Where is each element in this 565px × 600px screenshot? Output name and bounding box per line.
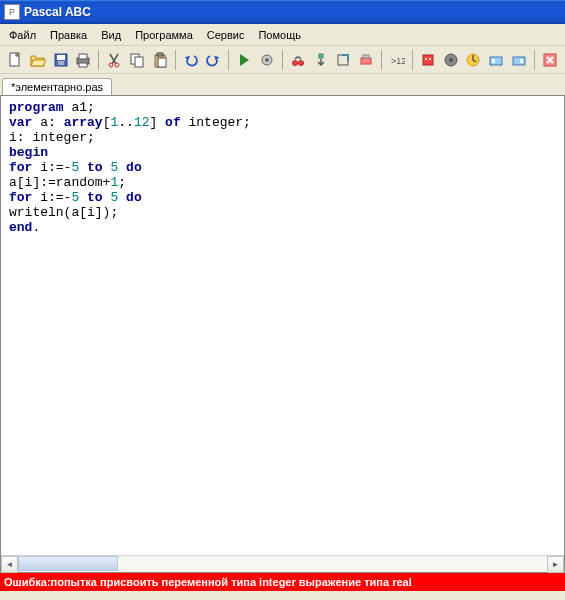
- code-line: program a1;: [9, 100, 556, 115]
- open-file-icon: [30, 52, 46, 68]
- robot-icon: [420, 52, 436, 68]
- code-line: var a: array[1..12] of integer;: [9, 115, 556, 130]
- toolbar: >123: [0, 46, 565, 74]
- step-into-icon: [313, 52, 329, 68]
- svg-rect-31: [513, 57, 525, 65]
- code-line: for i:=-5 to 5 do: [9, 160, 556, 175]
- svg-rect-13: [158, 58, 166, 67]
- format-icon: >123: [389, 52, 405, 68]
- svg-point-17: [298, 60, 303, 65]
- menu-file[interactable]: Файл: [2, 27, 43, 43]
- scroll-right-button[interactable]: ►: [547, 556, 564, 573]
- new-file-icon: [7, 52, 23, 68]
- menu-help[interactable]: Помощь: [251, 27, 308, 43]
- error-prefix: Ошибка:: [4, 576, 51, 588]
- titlebar: P Pascal ABC: [0, 0, 565, 24]
- svg-rect-32: [520, 59, 523, 63]
- svg-rect-23: [423, 55, 433, 65]
- svg-rect-29: [490, 57, 502, 65]
- toolbar-separator: [412, 50, 413, 70]
- run-icon: [236, 52, 252, 68]
- window-title: Pascal ABC: [24, 5, 91, 19]
- svg-point-7: [109, 63, 113, 67]
- code-line: a[i]:=random+1;: [9, 175, 556, 190]
- toolbar-separator: [534, 50, 535, 70]
- step-over-icon: [290, 52, 306, 68]
- redo-icon: [205, 52, 221, 68]
- format-button[interactable]: >123: [386, 49, 408, 71]
- undo-button[interactable]: [180, 49, 202, 71]
- breakpoint-button[interactable]: [355, 49, 377, 71]
- svg-rect-21: [363, 55, 369, 58]
- new-file-button[interactable]: [4, 49, 26, 71]
- toolbar-separator: [381, 50, 382, 70]
- menu-edit[interactable]: Правка: [43, 27, 94, 43]
- editor-container: program a1;var a: array[1..12] of intege…: [0, 95, 565, 573]
- code-line: for i:=-5 to 5 do: [9, 190, 556, 205]
- tab-file[interactable]: *элементарно.pas: [2, 78, 112, 95]
- svg-rect-5: [79, 54, 87, 59]
- debug-button[interactable]: [256, 49, 278, 71]
- step-out-button[interactable]: [333, 49, 355, 71]
- tabbar: *элементарно.pas: [0, 74, 565, 95]
- svg-rect-30: [492, 59, 495, 63]
- redo-button[interactable]: [203, 49, 225, 71]
- error-message: попытка присвоить переменной типа intege…: [51, 576, 412, 588]
- drawman-button[interactable]: [440, 49, 462, 71]
- menu-view[interactable]: Вид: [94, 27, 128, 43]
- drawman-icon: [443, 52, 459, 68]
- toolbar-separator: [282, 50, 283, 70]
- toolbar-separator: [175, 50, 176, 70]
- exit-icon: [542, 52, 558, 68]
- statusbar-error: Ошибка: попытка присвоить переменной тип…: [0, 573, 565, 591]
- code-line: begin: [9, 145, 556, 160]
- robot-button[interactable]: [417, 49, 439, 71]
- app-icon: P: [4, 4, 20, 20]
- open-file-button[interactable]: [27, 49, 49, 71]
- scroll-track[interactable]: [18, 556, 547, 572]
- paste-icon: [152, 52, 168, 68]
- debug-icon: [259, 52, 275, 68]
- svg-text:>123: >123: [391, 56, 405, 66]
- undo-icon: [183, 52, 199, 68]
- horizontal-scrollbar[interactable]: ◄ ►: [1, 555, 564, 572]
- step-button[interactable]: [463, 49, 485, 71]
- run-button[interactable]: [233, 49, 255, 71]
- menu-service[interactable]: Сервис: [200, 27, 252, 43]
- svg-point-24: [425, 58, 427, 60]
- step-out-icon: [335, 52, 351, 68]
- toolbar-separator: [98, 50, 99, 70]
- code-line: writeln(a[i]);: [9, 205, 556, 220]
- svg-rect-3: [58, 61, 64, 65]
- svg-point-25: [429, 58, 431, 60]
- options-icon: [488, 52, 504, 68]
- svg-rect-12: [157, 53, 163, 56]
- print-button[interactable]: [72, 49, 94, 71]
- save-button[interactable]: [50, 49, 72, 71]
- code-editor[interactable]: program a1;var a: array[1..12] of intege…: [1, 96, 564, 572]
- breakpoint-icon: [358, 52, 374, 68]
- paste-button[interactable]: [149, 49, 171, 71]
- svg-rect-6: [79, 63, 87, 67]
- svg-rect-18: [319, 54, 323, 58]
- copy-button[interactable]: [126, 49, 148, 71]
- menu-program[interactable]: Программа: [128, 27, 200, 43]
- code-line: end.: [9, 220, 556, 235]
- toolbar-separator: [228, 50, 229, 70]
- step-over-button[interactable]: [287, 49, 309, 71]
- svg-rect-10: [135, 57, 143, 67]
- exit-button[interactable]: [539, 49, 561, 71]
- save-icon: [53, 52, 69, 68]
- scroll-thumb[interactable]: [18, 556, 118, 571]
- options-button[interactable]: [485, 49, 507, 71]
- svg-point-27: [449, 58, 453, 62]
- svg-point-15: [265, 58, 269, 62]
- help-button[interactable]: [508, 49, 530, 71]
- scroll-left-button[interactable]: ◄: [1, 556, 18, 573]
- code-line: i: integer;: [9, 130, 556, 145]
- cut-icon: [106, 52, 122, 68]
- step-into-button[interactable]: [310, 49, 332, 71]
- svg-rect-20: [361, 58, 371, 64]
- svg-point-8: [115, 63, 119, 67]
- cut-button[interactable]: [103, 49, 125, 71]
